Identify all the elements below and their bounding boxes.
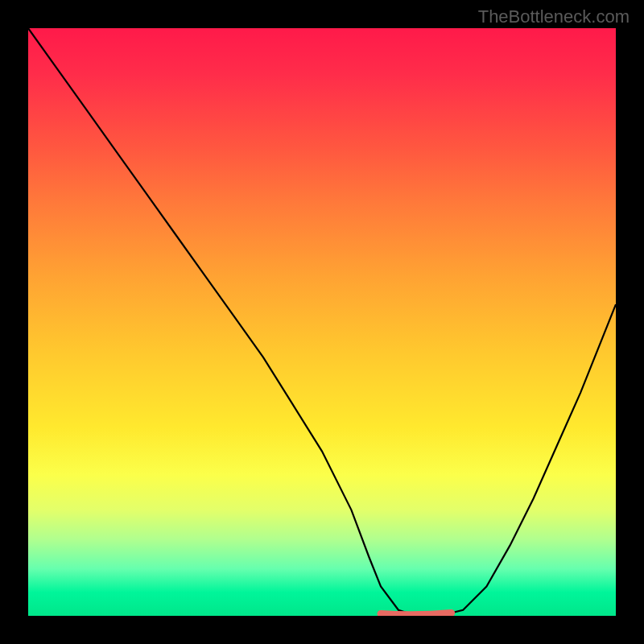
chart-container: TheBottleneck.com xyxy=(0,0,644,644)
curve-svg xyxy=(28,28,616,616)
watermark-text: TheBottleneck.com xyxy=(478,6,630,27)
plot-area xyxy=(28,28,616,616)
bottleneck-curve xyxy=(28,28,616,616)
highlight-segment xyxy=(381,613,452,614)
